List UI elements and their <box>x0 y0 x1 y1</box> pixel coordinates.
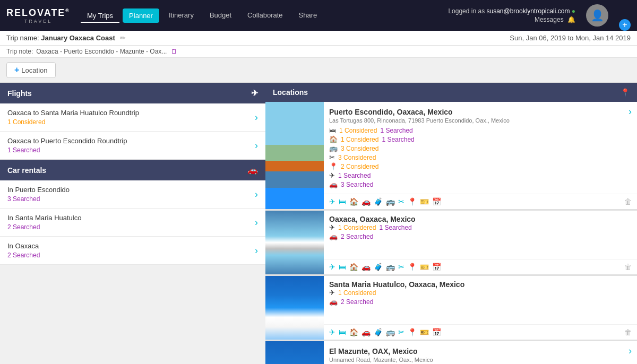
logo-name: RELOVATE <box>6 7 65 18</box>
location-2-details: Oaxaca, Oaxaca, Mexico ✈ 1 Considered 1 … <box>324 211 637 274</box>
flight-1-sub: 1 Considered <box>7 118 255 126</box>
loc3-calendar-icon[interactable]: 📅 <box>432 328 441 336</box>
loc2-map-icon[interactable]: 📍 <box>408 263 417 271</box>
loc3-bus-icon[interactable]: 🚌 <box>386 328 395 336</box>
loc3-delete-icon[interactable]: 🗑 <box>624 328 632 336</box>
location-card-3-body: Santa Maria Huatulco, Oaxaca, Mexico ✈ 1… <box>265 276 637 340</box>
loc2-plane-icon: ✈ <box>329 223 335 231</box>
loc2-bed-icon[interactable]: 🛏 <box>339 263 346 271</box>
location-2-icon-row: ✈ 🛏 🏠 🚗 🧳 🚌 ✂ 📍 🎫 📅 🗑 <box>324 259 637 274</box>
loc1-calendar-icon[interactable]: 📅 <box>432 197 441 206</box>
bus-icon: 🚌 <box>329 144 338 152</box>
plus-icon: + <box>14 65 19 75</box>
loc3-bed-icon[interactable]: 🛏 <box>339 328 346 336</box>
nav-share[interactable]: Share <box>292 8 324 23</box>
loc2-suitcase-icon[interactable]: 🧳 <box>374 263 383 271</box>
car-item-1-content: In Puerto Escondido 3 Searched <box>7 186 255 203</box>
loc1-home-icon[interactable]: 🏠 <box>349 197 358 206</box>
loc3-map-icon[interactable]: 📍 <box>408 328 417 336</box>
loc1-map-icon[interactable]: 📍 <box>408 197 417 206</box>
location-3-name: Santa Maria Huatulco, Oaxaca, Mexico <box>329 280 464 289</box>
car-item-3[interactable]: In Oaxaca 2 Searched › <box>0 237 265 265</box>
nav-my-trips[interactable]: My Trips <box>81 8 119 23</box>
loc1-bed-icon[interactable]: 🛏 <box>339 197 346 206</box>
note-icon[interactable]: 🗒 <box>171 48 177 55</box>
chevron-icon: › <box>255 217 258 228</box>
car-item-2[interactable]: In Santa Maria Huatulco 2 Searched › <box>0 209 265 237</box>
loc2-car-searched: 2 Searched <box>341 233 373 240</box>
main-nav: My Trips Planner Itinerary Budget Collab… <box>81 8 437 23</box>
loc2-plane-icon2[interactable]: ✈ <box>329 263 335 271</box>
location-card-4: El Mazunte, OAX, Mexico › Unnamed Road, … <box>265 341 637 364</box>
loc2-home-icon[interactable]: 🏠 <box>349 263 358 271</box>
flight-item-2[interactable]: Oaxaca to Puerto Escondido Roundtrip 1 S… <box>0 132 265 160</box>
nav-planner[interactable]: Planner <box>123 8 159 23</box>
location-3-title-row: Santa Maria Huatulco, Oaxaca, Mexico <box>329 280 632 289</box>
loc2-ticket-icon[interactable]: 🎫 <box>420 263 429 271</box>
loc3-plane-icon: ✈ <box>329 289 335 297</box>
plane-icon2: ✈ <box>329 171 335 179</box>
location-4-chevron[interactable]: › <box>629 345 632 357</box>
header: RELOVATE® TRAVEL My Trips Planner Itiner… <box>0 0 637 31</box>
loc1-delete-icon[interactable]: 🗑 <box>624 197 632 206</box>
car-3-title: In Oaxaca <box>7 242 255 250</box>
user-email: susan@brooklyntropicali.com <box>486 7 570 15</box>
loc1-car-icon[interactable]: 🚗 <box>361 197 371 206</box>
location-2-stats-1: ✈ 1 Considered 1 Searched <box>329 223 632 231</box>
location-1-name: Puerto Escondido, Oaxaca, Mexico <box>329 108 453 116</box>
loc2-plane-searched: 1 Searched <box>379 224 411 231</box>
car-header-label: Car rentals <box>7 166 46 175</box>
trip-name-area: Trip name: January Oaxaca Coast ✏ <box>6 34 126 42</box>
pin-icon: 📍 <box>329 162 338 170</box>
location-4-name: El Mazunte, OAX, Mexico <box>329 347 417 356</box>
loc3-car-icon2[interactable]: 🚗 <box>361 328 371 336</box>
messages-line[interactable]: Messages 🔔 <box>535 16 575 23</box>
loc2-calendar-icon[interactable]: 📅 <box>432 263 441 271</box>
flights-header-label: Flights <box>7 89 32 98</box>
loc1-bus-icon[interactable]: 🚌 <box>386 197 395 206</box>
location-2-name: Oaxaca, Oaxaca, Mexico <box>329 215 416 223</box>
flight-2-title: Oaxaca to Puerto Escondido Roundtrip <box>7 137 255 145</box>
location-4-title-row: El Mazunte, OAX, Mexico › <box>329 345 632 357</box>
add-header-button[interactable]: + <box>619 19 631 31</box>
right-panel: Locations 📍 Puerto Escondido, Oaxaca, Me… <box>265 83 637 364</box>
car-item-1[interactable]: In Puerto Escondido 3 Searched › <box>0 180 265 209</box>
avatar[interactable]: 👤 <box>586 4 608 27</box>
loc3-home-icon[interactable]: 🏠 <box>349 328 358 336</box>
add-location-button[interactable]: + Location <box>6 62 56 78</box>
loc3-fork-icon[interactable]: ✂ <box>398 328 404 336</box>
car-1-sub: 3 Searched <box>7 195 255 203</box>
flight-item-1-content: Oaxaca to Santa Maria Huatulco Roundtrip… <box>7 109 255 126</box>
edit-trip-name-icon[interactable]: ✏ <box>120 34 126 42</box>
location-1-icon-row: ✈ 🛏 🏠 🚗 🧳 🚌 ✂ 📍 🎫 📅 🗑 <box>324 194 637 209</box>
chevron-icon: › <box>255 112 258 123</box>
nav-itinerary[interactable]: Itinerary <box>162 8 200 23</box>
loc2-car-icon2[interactable]: 🚗 <box>361 263 371 271</box>
nav-collaborate[interactable]: Collaborate <box>241 8 289 23</box>
loc3-plane-icon2[interactable]: ✈ <box>329 328 335 336</box>
loc1-fork-icon[interactable]: ✂ <box>398 197 404 206</box>
flight-item-1[interactable]: Oaxaca to Santa Maria Huatulco Roundtrip… <box>0 103 265 132</box>
plane-icon: ✈ <box>251 88 258 98</box>
loc3-plane-considered: 1 Considered <box>338 289 376 297</box>
flight-1-title: Oaxaca to Santa Maria Huatulco Roundtrip <box>7 109 255 117</box>
loc2-delete-icon[interactable]: 🗑 <box>624 263 632 271</box>
nav-budget[interactable]: Budget <box>203 8 238 23</box>
loc3-ticket-icon[interactable]: 🎫 <box>420 328 429 336</box>
bell-icon[interactable]: 🔔 <box>567 16 575 23</box>
location-1-stats-4: ✂ 3 Considered <box>329 153 632 161</box>
loc1-ticket-icon[interactable]: 🎫 <box>420 197 429 206</box>
location-1-address: Las Tortugas 800, Rinconada, 71983 Puert… <box>329 117 632 124</box>
loc3-suitcase-icon[interactable]: 🧳 <box>374 328 383 336</box>
location-3-stats-2: 🚗 2 Searched <box>329 298 632 306</box>
logo: RELOVATE® TRAVEL <box>6 7 70 24</box>
location-1-chevron[interactable]: › <box>629 106 632 117</box>
home-icon: 🏠 <box>329 135 338 143</box>
loc1-hotel-searched: 1 Searched <box>380 127 412 134</box>
loc1-home-searched: 1 Searched <box>382 136 414 143</box>
location-1-stats-2: 🏠 1 Considered 1 Searched <box>329 135 632 143</box>
loc1-suitcase-icon[interactable]: 🧳 <box>374 197 383 206</box>
loc2-bus-icon[interactable]: 🚌 <box>386 263 395 271</box>
loc2-fork-icon[interactable]: ✂ <box>398 263 404 271</box>
loc1-plane-icon[interactable]: ✈ <box>329 197 335 206</box>
